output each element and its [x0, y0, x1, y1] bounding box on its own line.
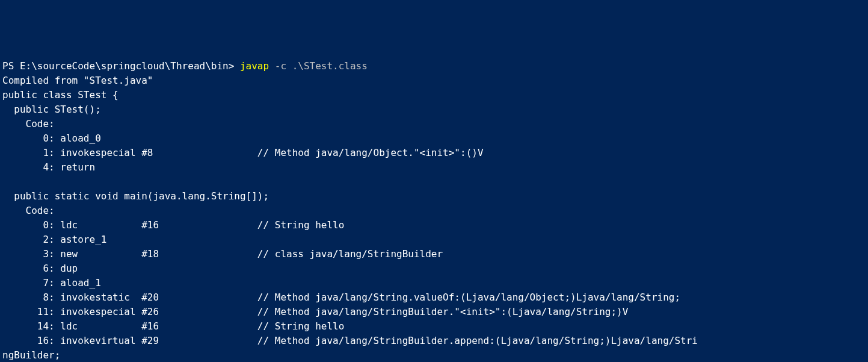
- output-line: 0: ldc #16 // String hello: [2, 219, 344, 231]
- output-line: 14: ldc #16 // String hello: [2, 320, 344, 332]
- output-line: 2: astore_1: [2, 234, 106, 245]
- prompt-prefix: PS E:\sourceCode\springcloud\Thread\bin>: [2, 60, 240, 72]
- output-line: 1: invokespecial #8 // Method java/lang/…: [2, 147, 484, 158]
- output-line: Code:: [2, 205, 55, 216]
- output-line: Code:: [2, 118, 55, 130]
- command-name: javap: [240, 60, 269, 72]
- output-line: 11: invokespecial #26 // Method java/lan…: [2, 306, 628, 317]
- command-args: -c .\STest.class: [269, 60, 368, 72]
- terminal-output: PS E:\sourceCode\springcloud\Thread\bin>…: [2, 59, 866, 362]
- output-line: 3: new #18 // class java/lang/StringBuil…: [2, 248, 443, 260]
- output-line: public static void main(java.lang.String…: [2, 190, 269, 202]
- output-line: 16: invokevirtual #29 // Method java/lan…: [2, 335, 698, 346]
- output-line: public class STest {: [2, 89, 119, 101]
- output-line: 4: return: [2, 161, 95, 173]
- output-line: Compiled from "STest.java": [2, 75, 153, 86]
- output-line: 0: aload_0: [2, 133, 101, 144]
- output-line: 8: invokestatic #20 // Method java/lang/…: [2, 292, 680, 303]
- output-line: 7: aload_1: [2, 277, 101, 289]
- output-line: public STest();: [2, 104, 101, 115]
- output-line: ngBuilder;: [2, 349, 60, 361]
- output-line: 6: dup: [2, 263, 78, 274]
